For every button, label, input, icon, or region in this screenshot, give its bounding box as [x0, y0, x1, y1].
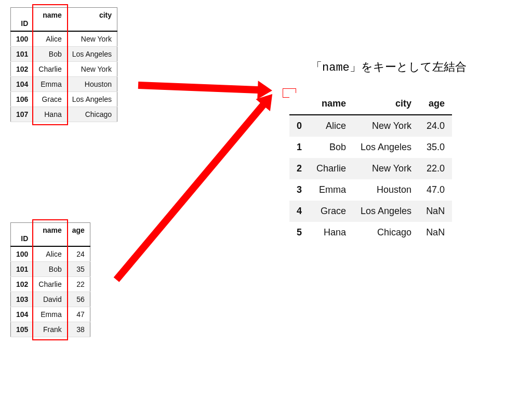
cell-index: 2 [289, 158, 309, 179]
svg-marker-1 [113, 94, 272, 282]
cell-name: Charlie [309, 158, 353, 179]
cell-name: Charlie [33, 277, 66, 292]
table-row: 100Alice24 [11, 246, 90, 262]
cell-id: 102 [11, 62, 34, 77]
cell-age: 35 [67, 262, 90, 277]
result-table: name city age 0AliceNew York24.01BobLos … [289, 93, 452, 243]
cell-name: David [33, 292, 66, 307]
table-row: 102CharlieNew York [11, 62, 117, 77]
cell-index: 3 [289, 179, 309, 201]
col-header-city: city [353, 93, 419, 115]
cell-age: 35.0 [419, 137, 452, 158]
cell-id: 105 [11, 322, 34, 337]
cell-age: 38 [67, 322, 90, 337]
table-row: 100AliceNew York [11, 31, 117, 47]
cell-age: 22 [67, 277, 90, 292]
cell-id: 101 [11, 47, 34, 62]
table-row: 5HanaChicagoNaN [289, 222, 452, 243]
cell-id: 104 [11, 77, 34, 92]
cell-name: Frank [33, 322, 66, 337]
table-row: 104Emma47 [11, 307, 90, 322]
cell-index: 1 [289, 137, 309, 158]
cell-age: 24 [67, 246, 90, 262]
table-row: 4GraceLos AngelesNaN [289, 201, 452, 222]
cell-id: 106 [11, 92, 34, 107]
cell-id: 104 [11, 307, 34, 322]
cell-city: Houston [353, 179, 419, 201]
cell-name: Bob [309, 137, 353, 158]
join-caption: 「name」をキーとして左結合 [311, 59, 467, 75]
cell-id: 107 [11, 107, 34, 122]
table-row: 1BobLos Angeles35.0 [289, 137, 452, 158]
cell-name: Grace [33, 92, 66, 107]
cell-name: Bob [33, 262, 66, 277]
col-header-name: name [309, 93, 353, 115]
table-row: 106GraceLos Angeles [11, 92, 117, 107]
cell-city: New York [67, 31, 117, 47]
col-header-name: name [33, 8, 66, 32]
cell-city: New York [353, 158, 419, 179]
cell-name: Hana [309, 222, 353, 243]
cell-name: Emma [309, 179, 353, 201]
cell-age: 56 [67, 292, 90, 307]
cell-name: Bob [33, 47, 66, 62]
table-row: 104EmmaHouston [11, 77, 117, 92]
result-container: name city age 0AliceNew York24.01BobLos … [283, 88, 296, 98]
table-row: 103David56 [11, 292, 90, 307]
cell-age: NaN [419, 222, 452, 243]
table-row: 105Frank38 [11, 322, 90, 337]
col-header-index [289, 93, 309, 115]
cell-city: Los Angeles [353, 137, 419, 158]
input-table-1: ID name city 100AliceNew York101BobLos A… [10, 7, 117, 122]
cell-age: 24.0 [419, 115, 452, 137]
cell-city: Chicago [353, 222, 419, 243]
cell-index: 4 [289, 201, 309, 222]
col-header-name: name [33, 223, 66, 247]
arrow-bottom [106, 84, 283, 290]
cell-name: Alice [309, 115, 353, 137]
cell-index: 0 [289, 115, 309, 137]
cell-age: NaN [419, 201, 452, 222]
cell-city: New York [353, 115, 419, 137]
cell-id: 100 [11, 246, 34, 262]
cell-city: Los Angeles [353, 201, 419, 222]
cell-name: Emma [33, 307, 66, 322]
cell-age: 22.0 [419, 158, 452, 179]
table-row: 0AliceNew York24.0 [289, 115, 452, 137]
table-row: 2CharlieNew York22.0 [289, 158, 452, 179]
cell-index: 5 [289, 222, 309, 243]
cell-id: 100 [11, 31, 34, 47]
cell-city: New York [67, 62, 117, 77]
table-row: 107HanaChicago [11, 107, 117, 122]
col-header-id: ID [11, 223, 34, 247]
col-header-city: city [67, 8, 117, 32]
cell-name: Charlie [33, 62, 66, 77]
col-header-id: ID [11, 8, 34, 32]
cell-id: 102 [11, 277, 34, 292]
cell-id: 101 [11, 262, 34, 277]
cell-name: Hana [33, 107, 66, 122]
table-row: 102Charlie22 [11, 277, 90, 292]
table-row: 101BobLos Angeles [11, 47, 117, 62]
cell-name: Alice [33, 246, 66, 262]
cell-age: 47 [67, 307, 90, 322]
cell-name: Alice [33, 31, 66, 47]
cell-age: 47.0 [419, 179, 452, 201]
col-header-age: age [67, 223, 90, 247]
cell-name: Emma [33, 77, 66, 92]
cell-name: Grace [309, 201, 353, 222]
cell-id: 103 [11, 292, 34, 307]
input-table-2: ID name age 100Alice24101Bob35102Charlie… [10, 222, 90, 337]
table-row: 101Bob35 [11, 262, 90, 277]
col-header-age: age [419, 93, 452, 115]
table-row: 3EmmaHouston47.0 [289, 179, 452, 201]
cell-city: Los Angeles [67, 47, 117, 62]
